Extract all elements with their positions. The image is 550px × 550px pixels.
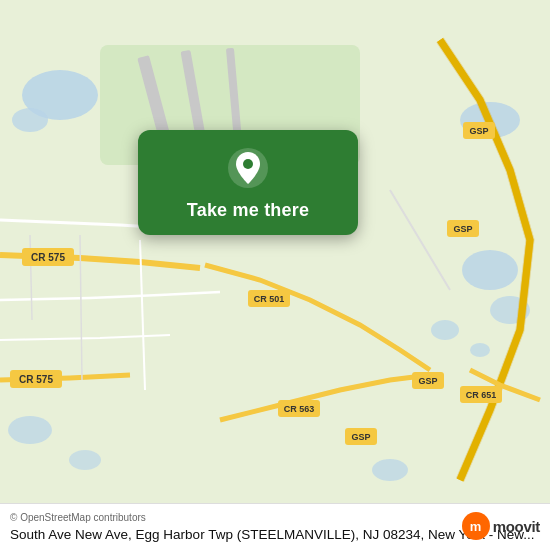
svg-text:GSP: GSP (469, 126, 488, 136)
svg-point-6 (431, 320, 459, 340)
svg-text:CR 575: CR 575 (19, 374, 53, 385)
address-text: South Ave New Ave, Egg Harbor Twp (STEEL… (10, 526, 540, 544)
svg-point-7 (470, 343, 490, 357)
svg-point-34 (243, 159, 253, 169)
svg-point-10 (372, 459, 408, 481)
moovit-brand-text: moovit (493, 518, 540, 535)
svg-point-4 (462, 250, 518, 290)
location-pin-icon (226, 146, 270, 190)
svg-text:CR 501: CR 501 (254, 294, 285, 304)
svg-text:GSP: GSP (351, 432, 370, 442)
take-me-there-button[interactable]: Take me there (187, 200, 309, 221)
svg-point-9 (69, 450, 101, 470)
svg-text:CR 563: CR 563 (284, 404, 315, 414)
svg-text:GSP: GSP (453, 224, 472, 234)
svg-text:GSP: GSP (418, 376, 437, 386)
svg-text:CR 651: CR 651 (466, 390, 497, 400)
map-svg: CR 575 CR 575 CR 501 CR 563 CR 651 GSP G… (0, 0, 550, 550)
moovit-logo: m moovit (462, 512, 540, 540)
location-card[interactable]: Take me there (138, 130, 358, 235)
svg-point-8 (8, 416, 52, 444)
svg-point-2 (12, 108, 48, 132)
bottom-bar: © OpenStreetMap contributors South Ave N… (0, 503, 550, 550)
moovit-icon: m (462, 512, 490, 540)
map-container: CR 575 CR 575 CR 501 CR 563 CR 651 GSP G… (0, 0, 550, 550)
svg-text:CR 575: CR 575 (31, 252, 65, 263)
attribution-text: © OpenStreetMap contributors (10, 512, 540, 523)
